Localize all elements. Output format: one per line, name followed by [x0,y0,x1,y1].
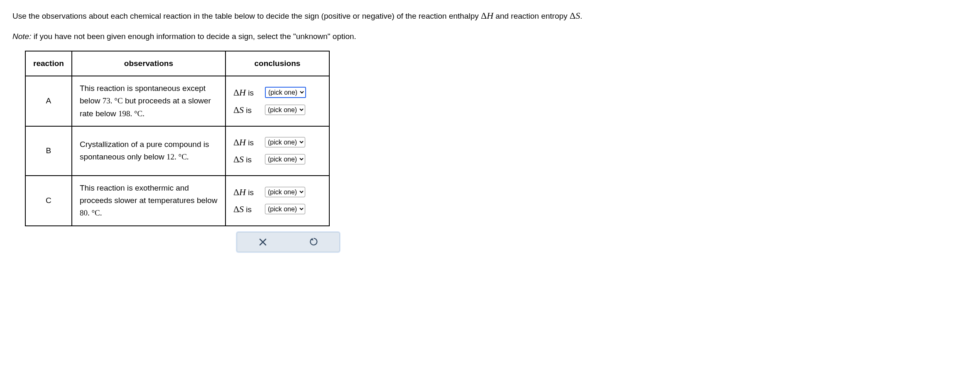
obs-a-num1: 73. °C [103,96,123,105]
note-body: if you have not been given enough inform… [31,32,356,41]
observation-a: This reaction is spontaneous except belo… [72,76,225,126]
clear-button[interactable] [255,234,271,250]
question-prompt: Use the observations about each chemical… [12,8,968,43]
close-icon [259,238,267,246]
table-row: C This reaction is exothermic and procee… [25,176,329,226]
delta-h-symbol: ΔH [481,10,493,21]
ds-label-c: ΔS is [233,202,261,216]
observation-c: This reaction is exothermic and proceeds… [72,176,225,226]
obs-c-pre: This reaction is exothermic and proceeds… [80,184,218,205]
obs-c-num1: 80. °C. [80,208,102,217]
ds-select-c[interactable]: (pick one)positivenegativeunknown [265,204,305,214]
header-observations: observations [72,51,225,76]
ds-select-a[interactable]: (pick one)positivenegativeunknown [265,105,305,115]
conclusions-c: ΔH is (pick one)positivenegativeunknown … [225,176,329,226]
prompt-text-pre: Use the observations about each chemical… [12,12,481,20]
obs-b-num1: 12. °C. [167,152,189,161]
table-row: A This reaction is spontaneous except be… [25,76,329,126]
reset-button[interactable] [306,234,322,250]
table-row: B Crystallization of a pure compound is … [25,126,329,175]
obs-a-num2: 198. °C. [118,109,145,118]
note-label: Note: [12,32,31,41]
prompt-text-mid: and reaction entropy [493,12,570,20]
reactions-table: reaction observations conclusions A This… [25,51,330,226]
table-header-row: reaction observations conclusions [25,51,329,76]
conclusions-b: ΔH is (pick one)positivenegativeunknown … [225,126,329,175]
delta-s-symbol: ΔS [570,10,580,21]
reaction-label-b: B [25,126,72,175]
undo-icon [309,237,318,247]
reaction-label-a: A [25,76,72,126]
header-reaction: reaction [25,51,72,76]
dh-label-c: ΔH is [233,185,261,199]
observation-b: Crystallization of a pure compound is sp… [72,126,225,175]
prompt-text-post: . [580,12,582,20]
conclusions-a: ΔH is (pick one)positivenegativeunknown … [225,76,329,126]
ds-label-a: ΔS is [233,103,261,117]
dh-label-b: ΔH is [233,135,261,149]
ds-select-b[interactable]: (pick one)positivenegativeunknown [265,154,305,164]
dh-select-a[interactable]: (pick one)positivenegativeunknown [265,87,306,98]
obs-b-pre: Crystallization of a pure compound is sp… [80,140,209,161]
dh-select-c[interactable]: (pick one)positivenegativeunknown [265,187,305,197]
header-conclusions: conclusions [225,51,329,76]
dh-select-b[interactable]: (pick one)positivenegativeunknown [265,137,305,147]
action-toolbar [237,232,340,252]
ds-label-b: ΔS is [233,152,261,166]
reaction-label-c: C [25,176,72,226]
dh-label-a: ΔH is [233,85,261,100]
